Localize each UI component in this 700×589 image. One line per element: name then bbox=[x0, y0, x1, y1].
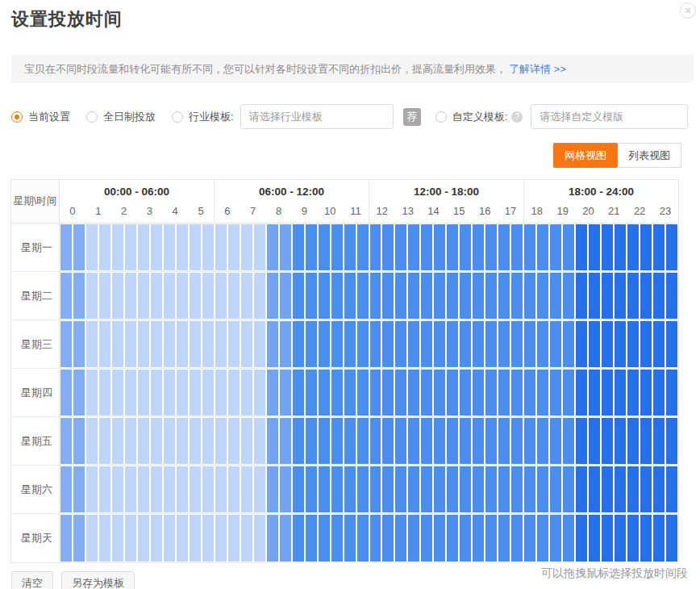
time-cell[interactable] bbox=[151, 321, 162, 367]
time-cell[interactable] bbox=[550, 466, 561, 512]
time-cell[interactable] bbox=[589, 418, 600, 464]
time-cell[interactable] bbox=[177, 224, 188, 270]
time-cell[interactable] bbox=[485, 515, 497, 562]
time-cell[interactable] bbox=[370, 515, 381, 562]
time-cell[interactable] bbox=[112, 466, 123, 512]
time-cell[interactable] bbox=[86, 321, 98, 367]
time-cell[interactable] bbox=[511, 515, 523, 562]
time-cell[interactable] bbox=[640, 224, 652, 270]
time-cell[interactable] bbox=[228, 418, 240, 464]
time-cell[interactable] bbox=[498, 370, 510, 416]
time-cell[interactable] bbox=[73, 515, 85, 562]
time-cell[interactable] bbox=[602, 370, 613, 416]
time-cell[interactable] bbox=[460, 418, 471, 464]
time-cell[interactable] bbox=[293, 370, 304, 416]
time-cell[interactable] bbox=[615, 321, 626, 367]
help-icon[interactable]: ? bbox=[511, 111, 523, 123]
time-cell[interactable] bbox=[615, 273, 626, 319]
time-cell[interactable] bbox=[293, 466, 304, 512]
time-cell[interactable] bbox=[241, 418, 252, 464]
time-cell[interactable] bbox=[215, 273, 227, 319]
time-cell[interactable] bbox=[460, 466, 471, 512]
time-cell[interactable] bbox=[447, 418, 458, 464]
time-cell[interactable] bbox=[60, 515, 72, 562]
time-cell[interactable] bbox=[602, 321, 613, 367]
time-cell[interactable] bbox=[86, 224, 98, 270]
time-cell[interactable] bbox=[653, 370, 665, 416]
time-cell[interactable] bbox=[382, 418, 394, 464]
time-cell[interactable] bbox=[177, 273, 188, 319]
time-cell[interactable] bbox=[331, 321, 343, 367]
time-cell[interactable] bbox=[344, 466, 356, 512]
time-cell[interactable] bbox=[190, 321, 201, 367]
time-cell[interactable] bbox=[344, 273, 356, 319]
time-cell[interactable] bbox=[498, 466, 510, 512]
time-cell[interactable] bbox=[395, 321, 406, 367]
time-cell[interactable] bbox=[370, 370, 381, 416]
time-cell[interactable] bbox=[73, 466, 85, 512]
time-cell[interactable] bbox=[408, 515, 419, 562]
time-cell[interactable] bbox=[319, 370, 330, 416]
time-cell[interactable] bbox=[485, 466, 497, 512]
time-cell[interactable] bbox=[537, 273, 548, 319]
time-cell[interactable] bbox=[524, 466, 535, 512]
time-cell[interactable] bbox=[60, 273, 72, 319]
time-cell[interactable] bbox=[190, 515, 201, 562]
time-cell[interactable] bbox=[537, 515, 548, 562]
time-cell[interactable] bbox=[73, 370, 85, 416]
time-cell[interactable] bbox=[99, 466, 110, 512]
custom-template-input[interactable] bbox=[531, 104, 688, 129]
time-cell[interactable] bbox=[524, 273, 535, 319]
time-cell[interactable] bbox=[434, 418, 445, 464]
time-cell[interactable] bbox=[254, 370, 265, 416]
time-cell[interactable] bbox=[589, 321, 600, 367]
time-cell[interactable] bbox=[666, 273, 677, 319]
time-cell[interactable] bbox=[280, 224, 291, 270]
time-cell[interactable] bbox=[550, 273, 561, 319]
time-cell[interactable] bbox=[125, 321, 136, 367]
time-cell[interactable] bbox=[550, 418, 561, 464]
time-cell[interactable] bbox=[254, 515, 265, 562]
time-cell[interactable] bbox=[228, 224, 240, 270]
time-cell[interactable] bbox=[228, 515, 240, 562]
time-cell[interactable] bbox=[395, 273, 406, 319]
time-cell[interactable] bbox=[112, 515, 123, 562]
time-cell[interactable] bbox=[370, 321, 381, 367]
time-cell[interactable] bbox=[202, 321, 214, 367]
time-cell[interactable] bbox=[382, 321, 394, 367]
time-cell[interactable] bbox=[344, 418, 356, 464]
time-cell[interactable] bbox=[615, 466, 626, 512]
time-cell[interactable] bbox=[666, 515, 677, 562]
time-cell[interactable] bbox=[370, 224, 381, 270]
time-cell[interactable] bbox=[215, 224, 227, 270]
time-cell[interactable] bbox=[319, 418, 330, 464]
time-cell[interactable] bbox=[228, 273, 240, 319]
time-cell[interactable] bbox=[473, 466, 484, 512]
time-cell[interactable] bbox=[164, 273, 175, 319]
time-cell[interactable] bbox=[447, 515, 458, 562]
time-cell[interactable] bbox=[563, 273, 574, 319]
time-cell[interactable] bbox=[408, 466, 419, 512]
time-cell[interactable] bbox=[627, 466, 639, 512]
time-cell[interactable] bbox=[151, 418, 162, 464]
time-cell[interactable] bbox=[280, 273, 291, 319]
time-cell[interactable] bbox=[434, 273, 445, 319]
radio-industry-template[interactable]: 行业模板: bbox=[172, 110, 234, 124]
time-cell[interactable] bbox=[602, 418, 613, 464]
time-cell[interactable] bbox=[241, 466, 252, 512]
time-cell[interactable] bbox=[319, 321, 330, 367]
radio-icon[interactable] bbox=[435, 111, 447, 123]
time-cell[interactable] bbox=[344, 321, 356, 367]
time-cell[interactable] bbox=[241, 273, 252, 319]
time-cell[interactable] bbox=[615, 224, 626, 270]
time-cell[interactable] bbox=[357, 370, 369, 416]
time-cell[interactable] bbox=[112, 321, 123, 367]
time-cell[interactable] bbox=[421, 273, 432, 319]
time-cell[interactable] bbox=[434, 321, 445, 367]
time-cell[interactable] bbox=[331, 418, 343, 464]
time-cell[interactable] bbox=[293, 224, 304, 270]
time-cell[interactable] bbox=[138, 418, 149, 464]
time-cell[interactable] bbox=[550, 370, 561, 416]
time-cell[interactable] bbox=[576, 321, 587, 367]
time-cell[interactable] bbox=[653, 418, 665, 464]
